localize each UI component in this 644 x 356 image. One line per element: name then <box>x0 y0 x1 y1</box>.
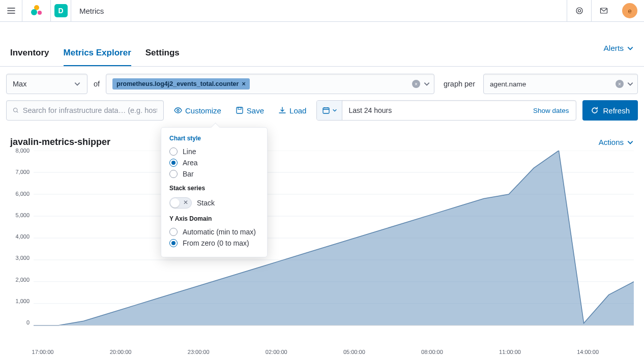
global-nav: D Metrics e <box>0 0 644 22</box>
avatar-icon: e <box>622 3 637 18</box>
chart-style-option[interactable]: Line <box>169 146 259 157</box>
elastic-logo[interactable] <box>22 0 51 21</box>
y-tick-label: 7,000 <box>15 169 30 175</box>
app-badge: D <box>54 4 68 17</box>
radio-icon <box>169 159 178 167</box>
y-tick-label: 5,000 <box>15 212 30 218</box>
group-by-field[interactable]: agent.name × <box>483 74 638 94</box>
stack-toggle-row: ✕ Stack <box>169 196 259 210</box>
metric-tag[interactable]: prometheus.log4j2_events_total.counter × <box>112 78 250 90</box>
calendar-button[interactable] <box>317 101 342 120</box>
newsfeed-icon <box>575 7 583 15</box>
y-tick-label: 6,000 <box>15 191 30 197</box>
load-button[interactable]: Load <box>274 103 310 118</box>
aggregation-select[interactable]: Max <box>6 74 87 94</box>
y-tick-label: 2,000 <box>15 277 30 283</box>
controls: Max of prometheus.log4j2_events_total.co… <box>0 67 644 121</box>
chart-style-option-label: Area <box>183 159 198 167</box>
x-tick-label: 05:00:00 <box>343 349 365 355</box>
clear-metric-button[interactable]: × <box>412 80 420 88</box>
svg-point-3 <box>13 108 17 112</box>
nav-menu-button[interactable] <box>0 0 22 21</box>
yaxis-domain-option-label: From zero (0 to max) <box>183 239 249 247</box>
graph-per-label: graph per <box>441 80 477 88</box>
chart-style-option[interactable]: Bar <box>169 168 259 180</box>
news-button[interactable] <box>567 0 591 21</box>
global-nav-right: e <box>567 0 644 21</box>
chart-plot[interactable]: 01,0002,0003,0004,0005,0006,0007,0008,00… <box>34 151 634 349</box>
alerts-dropdown[interactable]: Alerts <box>603 44 634 66</box>
y-tick-label: 3,000 <box>15 255 30 261</box>
stack-label: Stack <box>197 199 215 207</box>
y-tick-label: 1,000 <box>15 298 30 304</box>
chevron-down-icon[interactable] <box>423 80 430 87</box>
chevron-down-icon <box>332 108 337 113</box>
stack-toggle[interactable]: ✕ <box>169 197 192 209</box>
x-tick-label: 11:00:00 <box>499 349 521 355</box>
mail-icon <box>600 7 608 15</box>
time-range-value[interactable]: Last 24 hours <box>342 101 525 120</box>
svg-point-0 <box>576 8 582 14</box>
svg-rect-5 <box>237 107 243 113</box>
alerts-label: Alerts <box>603 44 624 53</box>
app-switcher[interactable]: D <box>51 0 71 21</box>
time-picker[interactable]: Last 24 hours Show dates <box>316 100 576 121</box>
customize-label: Customize <box>185 106 221 115</box>
x-tick-label: 08:00:00 <box>421 349 443 355</box>
chart-style-heading: Chart style <box>169 135 259 142</box>
chart-title: javalin-metrics-shipper <box>10 137 110 147</box>
group-by-value: agent.name <box>490 80 526 88</box>
svg-rect-7 <box>323 108 329 113</box>
eye-icon <box>174 106 182 114</box>
search-placeholder: Search for infrastructure data… (e.g. ho… <box>23 106 157 114</box>
yaxis-domain-option-label: Automatic (min to max) <box>183 228 256 236</box>
yaxis-domain-option[interactable]: From zero (0 to max) <box>169 238 259 249</box>
customize-popover: Chart style LineAreaBar Stack series ✕ S… <box>161 127 268 257</box>
radio-icon <box>169 147 178 156</box>
remove-tag-icon[interactable]: × <box>242 80 245 87</box>
show-dates-button[interactable]: Show dates <box>526 101 576 120</box>
x-tick-label: 14:00:00 <box>577 349 599 355</box>
load-label: Load <box>289 106 306 115</box>
calendar-icon <box>322 106 330 114</box>
chevron-down-icon <box>74 80 81 87</box>
x-tick-label: 20:00:00 <box>110 349 132 355</box>
refresh-button[interactable]: Refresh <box>582 100 638 121</box>
save-button[interactable]: Save <box>231 103 268 118</box>
x-icon: ✕ <box>183 199 188 206</box>
save-label: Save <box>247 106 264 115</box>
yaxis-domain-heading: Y Axis Domain <box>169 215 259 222</box>
search-icon <box>13 106 19 114</box>
mail-button[interactable] <box>591 0 616 21</box>
search-input[interactable]: Search for infrastructure data… (e.g. ho… <box>6 100 164 121</box>
chart-style-option[interactable]: Area <box>169 157 259 168</box>
yaxis-domain-option[interactable]: Automatic (min to max) <box>169 226 259 238</box>
elastic-logo-icon <box>31 5 42 16</box>
actions-label: Actions <box>599 138 624 146</box>
clear-groupby-button[interactable]: × <box>616 80 624 88</box>
chart-container: javalin-metrics-shipper Actions 01,0002,… <box>0 127 644 349</box>
metric-field[interactable]: prometheus.log4j2_events_total.counter ×… <box>106 74 434 94</box>
x-tick-label: 23:00:00 <box>188 349 210 355</box>
x-tick-label: 17:00:00 <box>32 349 54 355</box>
breadcrumb: Metrics <box>71 0 567 21</box>
save-icon <box>236 106 244 114</box>
user-avatar[interactable]: e <box>616 0 644 21</box>
refresh-icon <box>591 106 599 114</box>
svg-point-4 <box>177 109 179 111</box>
radio-icon <box>169 228 178 236</box>
y-tick-label: 8,000 <box>15 147 30 154</box>
customize-button[interactable]: Customize <box>170 103 225 118</box>
refresh-label: Refresh <box>603 106 630 115</box>
of-label: of <box>94 80 100 88</box>
chevron-down-icon[interactable] <box>627 80 634 87</box>
tab-inventory[interactable]: Inventory <box>10 48 49 66</box>
y-tick-label: 4,000 <box>15 233 30 240</box>
tab-settings[interactable]: Settings <box>145 48 180 66</box>
chart-actions-dropdown[interactable]: Actions <box>599 138 634 146</box>
hamburger-icon <box>7 7 15 15</box>
metric-tag-text: prometheus.log4j2_events_total.counter <box>116 80 239 87</box>
y-axis-ticks: 01,0002,0003,0004,0005,0006,0007,0008,00… <box>10 151 32 336</box>
download-icon <box>278 106 286 114</box>
tab-metrics-explorer[interactable]: Metrics Explorer <box>64 48 131 66</box>
